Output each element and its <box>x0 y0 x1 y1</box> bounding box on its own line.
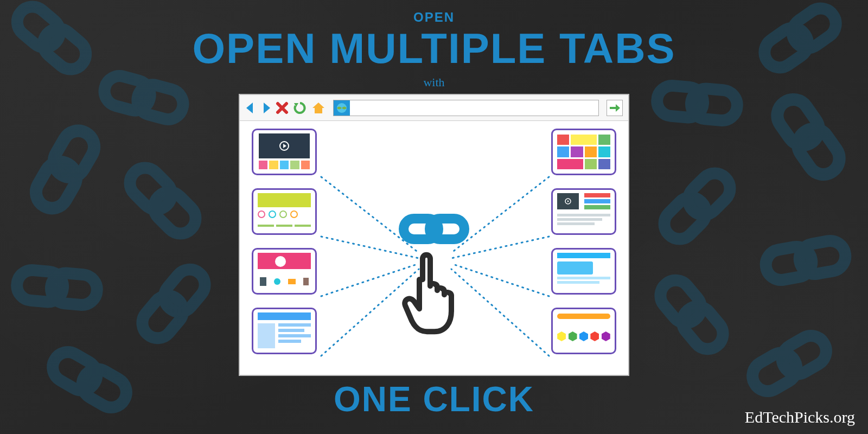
page-thumbnail <box>551 188 616 235</box>
page-thumbnail <box>551 308 616 354</box>
page-thumbnail <box>252 308 317 354</box>
page-thumbnail <box>252 188 317 235</box>
go-button <box>607 100 623 116</box>
page-thumbnail <box>551 129 616 175</box>
heading-open-small: OPEN <box>413 10 455 25</box>
address-bar <box>333 100 599 116</box>
home-icon <box>311 101 326 115</box>
chain-link-icon <box>399 211 469 249</box>
svg-marker-29 <box>264 103 270 113</box>
close-icon <box>276 101 289 114</box>
refresh-icon <box>293 101 307 115</box>
go-arrow-icon <box>609 102 621 114</box>
browser-body <box>240 121 628 375</box>
globe-icon <box>334 100 350 116</box>
svg-marker-31 <box>312 103 324 113</box>
heading-main: OPEN MULTIPLE TABS <box>192 24 675 73</box>
svg-marker-28 <box>246 103 253 113</box>
page-thumbnail <box>252 248 317 295</box>
svg-marker-44 <box>283 144 286 148</box>
browser-toolbar <box>240 95 628 121</box>
hand-pointer-icon <box>399 247 469 341</box>
page-thumbnail <box>252 129 317 175</box>
back-arrow-icon <box>245 101 256 114</box>
svg-marker-34 <box>616 104 620 112</box>
browser-window <box>239 94 629 376</box>
svg-marker-46 <box>567 200 569 202</box>
page-thumbnail <box>551 248 616 295</box>
forward-arrow-icon <box>260 101 271 114</box>
attribution-text: EdTechPicks.org <box>745 408 855 426</box>
heading-with: with <box>423 75 444 90</box>
